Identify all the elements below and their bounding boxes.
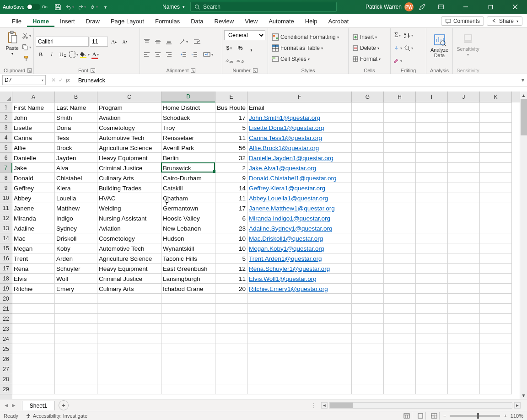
cell[interactable] xyxy=(448,193,480,203)
cell[interactable] xyxy=(97,354,161,364)
cell[interactable]: Donald xyxy=(12,173,55,183)
cell[interactable]: Culinary Arts xyxy=(97,173,161,183)
cell[interactable]: Adaline xyxy=(12,223,55,233)
cell[interactable] xyxy=(247,314,352,324)
cell[interactable]: Danielle.Jayden1@questar.org xyxy=(247,153,352,163)
tab-formulas[interactable]: Formulas xyxy=(150,15,185,27)
cell[interactable]: 17 xyxy=(215,203,247,213)
row-header[interactable]: 5 xyxy=(0,143,12,153)
cell[interactable]: Schodack xyxy=(161,113,215,123)
cell[interactable] xyxy=(448,223,480,233)
cell[interactable] xyxy=(12,334,55,344)
cell[interactable]: 17 xyxy=(215,113,247,123)
cell[interactable] xyxy=(161,294,215,304)
page-break-view-icon[interactable] xyxy=(430,412,440,420)
redo-icon[interactable] xyxy=(78,3,86,11)
cell[interactable] xyxy=(384,294,416,304)
zoom-out-icon[interactable]: − xyxy=(443,413,446,419)
cell[interactable] xyxy=(97,324,161,334)
cell[interactable] xyxy=(215,354,247,364)
cell[interactable] xyxy=(480,113,512,123)
cell[interactable] xyxy=(352,284,384,294)
cell[interactable]: Ichabod Crane xyxy=(161,284,215,294)
cell[interactable] xyxy=(55,334,97,344)
cell[interactable] xyxy=(384,354,416,364)
cell[interactable] xyxy=(384,364,416,374)
row-header[interactable]: 7 xyxy=(0,163,12,173)
sort-filter-icon[interactable]: AZ xyxy=(403,30,414,40)
row-header[interactable]: 20 xyxy=(0,294,12,304)
autosave-toggle[interactable]: AutoSave On xyxy=(0,4,50,10)
cell[interactable] xyxy=(448,364,480,374)
email-link[interactable]: Carina.Tess1@questar.org xyxy=(249,135,322,141)
autosum-icon[interactable]: Σ xyxy=(393,30,403,40)
minimize-button[interactable] xyxy=(456,0,476,14)
cell[interactable]: 5 xyxy=(215,253,247,264)
cell[interactable]: 2 xyxy=(215,163,247,173)
cell[interactable] xyxy=(448,133,480,143)
row-header[interactable]: 8 xyxy=(0,173,12,183)
cell[interactable] xyxy=(416,133,448,143)
cell[interactable]: Matthew xyxy=(55,203,97,213)
cell[interactable] xyxy=(480,183,512,193)
cell[interactable]: Home District xyxy=(161,102,215,113)
cell[interactable] xyxy=(416,344,448,354)
cell[interactable]: Aviation xyxy=(97,113,161,123)
cell[interactable] xyxy=(480,163,512,173)
cell[interactable]: Criminal Justice xyxy=(97,274,161,284)
sheet-tab-active[interactable]: Sheet1 xyxy=(22,401,55,410)
email-link[interactable]: Elvis.Wolf1@questar.org xyxy=(249,275,317,282)
cell[interactable]: 5 xyxy=(215,123,247,133)
cell[interactable]: Wynantskill xyxy=(161,243,215,253)
cell[interactable]: Berlin xyxy=(161,153,215,163)
row-header[interactable]: 12 xyxy=(0,213,12,223)
cell[interactable] xyxy=(384,123,416,133)
cell[interactable] xyxy=(480,123,512,133)
email-link[interactable]: Danielle.Jayden1@questar.org xyxy=(249,155,333,162)
comments-button[interactable]: Comments xyxy=(441,16,484,26)
insert-cells-button[interactable]: Insert▾ xyxy=(350,32,388,42)
row-header[interactable]: 18 xyxy=(0,274,12,284)
cell[interactable] xyxy=(480,274,512,284)
cancel-formula-icon[interactable]: ✕ xyxy=(51,77,56,83)
cell[interactable]: New Lebanon xyxy=(161,223,215,233)
cell[interactable] xyxy=(448,354,480,364)
cell[interactable] xyxy=(352,163,384,173)
qat-customize-icon[interactable]: ▾ xyxy=(102,3,110,11)
cell[interactable] xyxy=(247,324,352,334)
cell[interactable] xyxy=(215,344,247,354)
cut-icon[interactable] xyxy=(22,31,32,41)
cell[interactable] xyxy=(416,163,448,173)
cell[interactable] xyxy=(352,253,384,264)
save-icon[interactable] xyxy=(54,3,62,11)
conditional-formatting-button[interactable]: Conditional Formatting▾ xyxy=(270,32,346,42)
cell[interactable]: Brunswick xyxy=(161,163,215,173)
email-link[interactable]: Ritchie.Emery1@questar.org xyxy=(249,285,328,292)
cell[interactable] xyxy=(12,324,55,334)
delete-cells-button[interactable]: Delete▾ xyxy=(350,43,388,53)
cell[interactable]: Geffrey xyxy=(12,183,55,193)
dialog-launcher-icon[interactable]: ↘ xyxy=(191,68,195,73)
column-header[interactable]: B xyxy=(55,92,97,102)
cell[interactable] xyxy=(448,314,480,324)
copy-icon[interactable] xyxy=(22,42,32,52)
row-header[interactable]: 15 xyxy=(0,243,12,253)
cell[interactable] xyxy=(352,344,384,354)
email-link[interactable]: Geffrey.Kiera1@questar.org xyxy=(249,185,325,192)
cell[interactable] xyxy=(12,304,55,314)
cell[interactable] xyxy=(247,364,352,374)
cell[interactable]: Alfie.Brock1@questar.org xyxy=(247,143,352,153)
cell[interactable] xyxy=(384,113,416,123)
new-sheet-button[interactable]: + xyxy=(59,400,69,410)
row-header[interactable]: 2 xyxy=(0,113,12,123)
format-cells-button[interactable]: Format▾ xyxy=(350,54,388,64)
cell[interactable] xyxy=(352,123,384,133)
cell[interactable]: Heavy Equipment xyxy=(97,264,161,274)
page-layout-view-icon[interactable] xyxy=(416,412,426,420)
cell[interactable] xyxy=(480,264,512,274)
cell[interactable]: Rensselaer xyxy=(161,133,215,143)
cell[interactable] xyxy=(384,243,416,253)
cell[interactable]: 56 xyxy=(215,143,247,153)
cell[interactable]: Megan.Koby1@questar.org xyxy=(247,243,352,253)
cell[interactable]: John.Smith1@questar.org xyxy=(247,113,352,123)
